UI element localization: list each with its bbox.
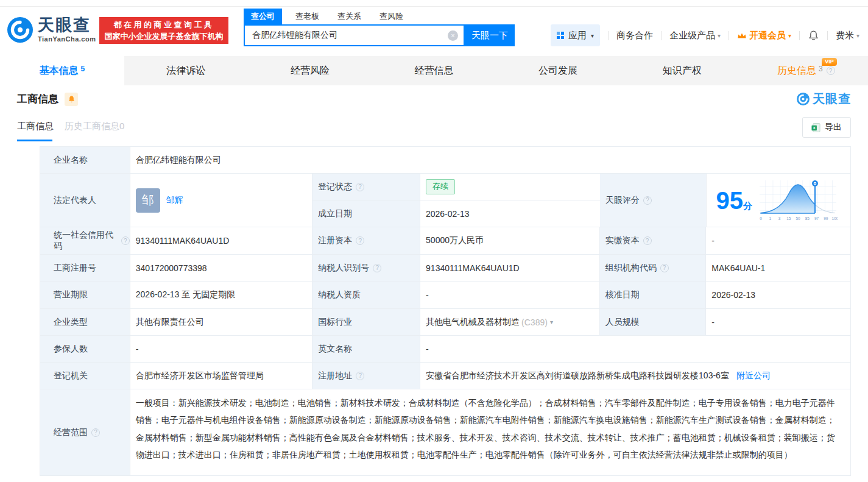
tab-operation-info[interactable]: 经营信息 xyxy=(372,56,496,85)
label-text: 统一社会信用代码 xyxy=(54,230,118,252)
search-tab-relation[interactable]: 查关系 xyxy=(333,9,366,25)
svg-text:x: x xyxy=(813,126,816,130)
apps-grid-icon xyxy=(557,32,564,39)
tab-legal-litigation[interactable]: 法律诉讼 xyxy=(124,56,249,85)
reg-address-value: 安徽省合肥市经济技术开发区高刘街道硕放路新桥集成电路科技园研发楼103-6室 xyxy=(426,370,729,381)
reg-number-value: 340172000773398 xyxy=(130,255,313,281)
svg-text:3: 3 xyxy=(778,216,781,221)
industry-code: (C389) xyxy=(521,317,548,327)
table-subrow: 登记状态 ? 存续 xyxy=(312,174,600,200)
label-text: 注册地址 xyxy=(318,370,352,381)
tab-company-development[interactable]: 公司发展 xyxy=(496,56,620,85)
search-button[interactable]: 天眼一下 xyxy=(465,24,515,46)
tab-label: 知识产权 xyxy=(663,65,702,77)
nearby-companies-link[interactable]: 附近公司 xyxy=(736,370,771,381)
search-tab-company[interactable]: 查公司 xyxy=(244,9,282,25)
help-icon[interactable]: ? xyxy=(643,236,652,245)
tab-label: 经营风险 xyxy=(291,65,330,77)
svg-text:99: 99 xyxy=(824,216,828,221)
table-row: 经营范围 ? 一般项目：新兴能源技术研发；电池制造；电池销售；新材料技术研发；合… xyxy=(40,389,850,476)
subscribe-bell-button[interactable] xyxy=(65,93,78,106)
score-unit: 分 xyxy=(743,200,752,211)
score-pin-marker xyxy=(812,180,818,186)
label-text: 登记状态 xyxy=(318,182,352,193)
tianyancha-logo[interactable]: 天眼查 TianYanCha.com xyxy=(7,17,96,43)
search-tab-risk[interactable]: 查风险 xyxy=(375,9,408,25)
org-code-value: MAK64UAU-1 xyxy=(706,255,850,281)
establish-date-value: 2026-02-13 xyxy=(420,200,600,227)
nav-vip-label: 开通会员 xyxy=(749,30,786,41)
tab-operation-risk[interactable]: 经营风险 xyxy=(248,56,372,85)
reg-status-cell: 存续 xyxy=(420,174,600,200)
tab-basic-info[interactable]: 基本信息 5 xyxy=(0,56,124,85)
legal-rep-label: 法定代表人 xyxy=(40,174,130,227)
tab-history-info[interactable]: VIP 历史信息 3 ? xyxy=(744,56,868,85)
taxpayer-quality-label: 纳税人资质 xyxy=(312,282,420,308)
help-icon[interactable]: ? xyxy=(373,264,381,272)
reg-authority-label: 登记机关 xyxy=(40,363,130,389)
table-row: 企业名称 合肥亿纬锂能有限公司 xyxy=(40,147,850,174)
help-icon[interactable]: ? xyxy=(827,66,835,75)
avatar[interactable]: 邹 xyxy=(136,188,160,213)
clear-icon[interactable]: × xyxy=(448,30,458,41)
vip-badge: VIP xyxy=(822,58,837,66)
table-row: 参保人数 - 英文名称 - xyxy=(40,336,850,363)
nav-user[interactable]: 费米 ▾ xyxy=(836,30,859,41)
chevron-down-icon: ▾ xyxy=(591,32,594,39)
notification-bell-icon[interactable] xyxy=(808,30,819,41)
nav-cooperation[interactable]: 商务合作 xyxy=(616,30,653,41)
search-tab-boss[interactable]: 查老板 xyxy=(291,9,324,25)
top-border xyxy=(0,6,868,7)
legal-rep-link[interactable]: 邹辉 xyxy=(166,195,183,206)
table-row: 工商注册号 340172000773398 纳税人识别号 ? 91340111M… xyxy=(40,255,850,282)
help-icon[interactable]: ? xyxy=(356,236,364,245)
help-icon[interactable]: ? xyxy=(643,196,652,205)
table-row: 登记机关 合肥市经济开发区市场监督管理局 注册地址 ? 安徽省合肥市经济技术开发… xyxy=(40,363,850,389)
crown-icon xyxy=(737,32,747,39)
help-icon[interactable]: ? xyxy=(356,183,364,191)
chevron-down-icon: ▾ xyxy=(788,32,791,39)
search-input[interactable] xyxy=(245,26,464,45)
credit-code-value: 91340111MAK64UAU1D xyxy=(130,227,313,254)
section-header: 工商信息 天眼查 xyxy=(0,85,868,113)
username: 费米 xyxy=(836,30,854,41)
tab-label: 历史信息 xyxy=(777,65,816,77)
apps-menu[interactable]: 应用 ▾ xyxy=(551,24,600,46)
chart-axis-labels: 0 1 3 15 50 85 97 99 100 xyxy=(760,216,838,221)
tab-label: 经营信息 xyxy=(415,65,454,77)
reg-capital-label: 注册资本 ? xyxy=(312,227,420,254)
logo-title: 天眼查 xyxy=(38,17,96,34)
nav-enterprise-products[interactable]: 企业级产品 ▾ xyxy=(669,30,721,41)
chevron-down-icon: ▾ xyxy=(856,32,859,39)
svg-text:100: 100 xyxy=(832,216,838,221)
chevron-down-icon[interactable]: ▾ xyxy=(550,319,553,325)
company-type-value: 其他有限责任公司 xyxy=(130,309,313,335)
help-icon[interactable]: ? xyxy=(121,236,130,245)
table-row: 统一社会信用代码 ? 91340111MAK64UAU1D 注册资本 ? 500… xyxy=(40,227,850,255)
svg-text:1: 1 xyxy=(769,216,772,221)
help-icon[interactable]: ? xyxy=(356,372,364,380)
business-term-label: 营业期限 xyxy=(40,282,130,308)
legal-rep-cell: 邹 邹辉 xyxy=(130,174,312,227)
divider xyxy=(608,31,609,40)
company-name-value: 合肥亿纬锂能有限公司 xyxy=(130,147,850,173)
approval-date-label: 核准日期 xyxy=(600,282,707,308)
subtab-history-info[interactable]: 历史工商信息0 xyxy=(65,121,124,132)
svg-text:15: 15 xyxy=(786,216,791,221)
help-icon[interactable]: ? xyxy=(660,264,669,272)
export-button[interactable]: x 导出 xyxy=(802,117,851,138)
tab-intellectual-property[interactable]: 知识产权 xyxy=(620,56,744,85)
subtab-row: 工商信息 历史工商信息0 x 导出 xyxy=(0,113,868,141)
tab-count: 3 xyxy=(819,65,823,73)
help-icon[interactable]: ? xyxy=(91,428,100,437)
english-name-value: - xyxy=(420,336,850,362)
score-value: 95 xyxy=(716,187,744,214)
nav-open-vip[interactable]: 开通会员 ▾ xyxy=(737,30,791,41)
subtab-current-info[interactable]: 工商信息 xyxy=(17,121,54,132)
insured-label: 参保人数 xyxy=(40,336,130,362)
status-badge: 存续 xyxy=(426,179,455,194)
svg-text:97: 97 xyxy=(814,216,819,221)
taxpayer-id-label: 纳税人识别号 ? xyxy=(312,255,420,281)
divider xyxy=(729,31,729,40)
section-title: 工商信息 xyxy=(17,92,58,106)
